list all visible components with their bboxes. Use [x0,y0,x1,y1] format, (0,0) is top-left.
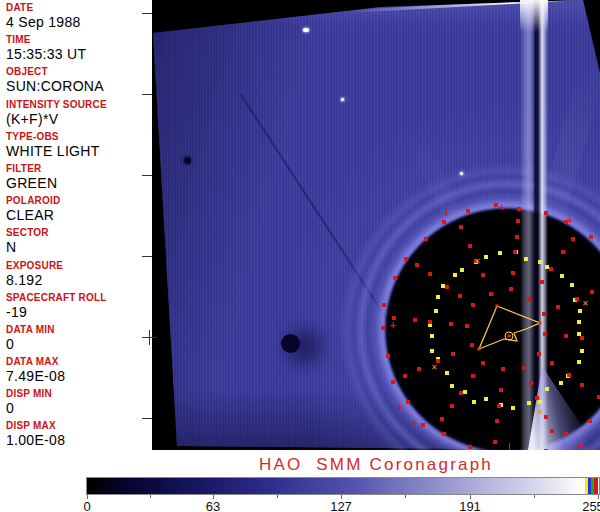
axis-tick-left [142,256,152,257]
metadata-value: (K+F)*V [6,111,152,127]
colorbar-minor-tick [534,495,535,498]
colorbar-minor-tick [150,495,151,498]
metadata-value: WHITE LIGHT [6,143,152,159]
metadata-label: DATA MIN [6,324,152,336]
metadata-label: SECTOR [6,227,152,239]
metadata-field: EXPOSURE8.192 [0,258,152,290]
smm-coronagraph-viewer: DATE4 Sep 1988TIME15:35:33 UTOBJECTSUN:C… [0,0,600,512]
metadata-field: SPACECRAFT ROLL-19 [0,290,152,322]
metadata-value: 7.49E-08 [6,368,152,384]
metadata-value: GREEN [6,175,152,191]
metadata-label: TIME [6,34,152,46]
metadata-value: 8.192 [6,272,152,288]
metadata-label: DATE [6,2,152,14]
colorbar-label: 0 [83,499,90,512]
metadata-value: CLEAR [6,207,152,223]
metadata-label: DATA MAX [6,356,152,368]
page-title: HAO SMM Coronagraph [152,455,600,475]
intensity-colorbar [86,477,600,495]
axis-tick-left [142,13,152,14]
colorbar-minor-tick [277,495,278,498]
colorbar-minor-tick [405,495,406,498]
colorbar-label: 191 [459,499,481,512]
metadata-value: 0 [6,400,152,416]
axis-tick-left [142,418,152,419]
metadata-field: OBJECTSUN:CORONA [0,64,152,96]
metadata-value: 4 Sep 1988 [6,14,152,30]
metadata-label: EXPOSURE [6,260,152,272]
metadata-value: 1.00E-08 [6,432,152,448]
metadata-field: DISP MAX1.00E-08 [0,418,152,450]
axis-tick-left [142,94,152,95]
metadata-field: SECTORN [0,225,152,257]
metadata-field: DATA MAX7.49E-08 [0,354,152,386]
metadata-value: 15:35:33 UT [6,46,152,62]
metadata-label: DISP MIN [6,388,152,400]
colorbar-overflow-stripe [594,478,598,494]
metadata-panel: DATE4 Sep 1988TIME15:35:33 UTOBJECTSUN:C… [0,0,152,450]
axis-tick-left [142,175,152,176]
metadata-label: DISP MAX [6,420,152,432]
metadata-label: OBJECT [6,66,152,78]
colorbar-label: 127 [330,499,352,512]
metadata-field: TIME15:35:33 UT [0,32,152,64]
bottom-strip: HAO SMM Coronagraph 063127191255 [0,450,600,512]
metadata-field: DISP MIN0 [0,386,152,418]
colorbar-label: 63 [206,499,220,512]
metadata-value: -19 [6,304,152,320]
metadata-value: 0 [6,336,152,352]
metadata-label: SPACECRAFT ROLL [6,292,152,304]
metadata-label: FILTER [6,163,152,175]
metadata-value: SUN:CORONA [6,78,152,94]
colorbar-label: 255 [582,499,600,512]
coronagraph-image-area: +++++++✕✕✕✕ [152,0,600,450]
metadata-field: INTENSITY SOURCE(K+F)*V [0,97,152,129]
metadata-field: TYPE-OBSWHITE LIGHT [0,129,152,161]
metadata-field: POLAROIDCLEAR [0,193,152,225]
axis-cross-left [149,330,150,345]
metadata-label: POLAROID [6,195,152,207]
metadata-value: N [6,239,152,255]
pointing-polygon [152,0,600,450]
metadata-field: DATE4 Sep 1988 [0,0,152,32]
metadata-label: INTENSITY SOURCE [6,99,152,111]
metadata-field: DATA MIN0 [0,322,152,354]
metadata-field: FILTERGREEN [0,161,152,193]
metadata-label: TYPE-OBS [6,131,152,143]
